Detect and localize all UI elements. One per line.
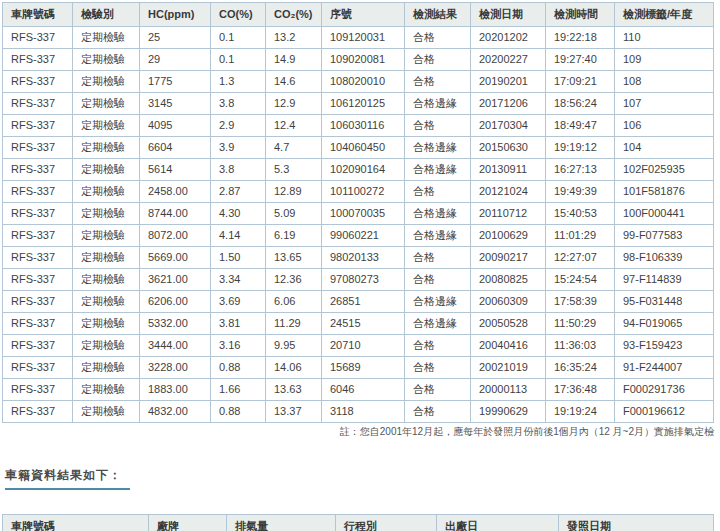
table-row: RFS-337定期檢驗8744.004.305.09100070035合格邊緣2… <box>3 203 714 225</box>
table-cell: 109020081 <box>322 49 405 71</box>
table-cell: 9.95 <box>266 335 322 357</box>
table-row: RFS-337定期檢驗56143.85.3102090164合格邊緣201309… <box>3 159 714 181</box>
table-cell: 定期檢驗 <box>73 247 140 269</box>
vehicle-registration-table: 車牌號碼廠牌排氣量行程別出廠日發照日期 RFS-337三陽49二行程199610… <box>2 514 714 531</box>
table-cell: 99-F077583 <box>615 225 714 247</box>
table-cell: 12.4 <box>266 115 322 137</box>
table-cell: RFS-337 <box>3 401 73 423</box>
table-cell: 110 <box>615 27 714 49</box>
table-cell: 19:19:12 <box>546 137 615 159</box>
table-cell: 20000113 <box>471 379 546 401</box>
table-cell: 20200227 <box>471 49 546 71</box>
table-cell: RFS-337 <box>3 71 73 93</box>
table-cell: 19:19:24 <box>546 401 615 423</box>
table-cell: 定期檢驗 <box>73 291 140 313</box>
table-cell: 101F581876 <box>615 181 714 203</box>
table-cell: 104060450 <box>322 137 405 159</box>
table-cell: 5614 <box>140 159 211 181</box>
table-cell: RFS-337 <box>3 159 73 181</box>
column-header: 車牌號碼 <box>3 515 149 531</box>
table-cell: 29 <box>140 49 211 71</box>
table-cell: 6.19 <box>266 225 322 247</box>
column-header: 檢驗別 <box>73 3 140 27</box>
table-cell: 定期檢驗 <box>73 71 140 93</box>
table-cell: 25 <box>140 27 211 49</box>
table-cell: 17:58:39 <box>546 291 615 313</box>
inspection-table-header: 車牌號碼檢驗別HC(ppm)CO(%)CO₂(%)序號檢測結果檢測日期檢測時間檢… <box>3 3 714 27</box>
table-cell: 6.06 <box>266 291 322 313</box>
table-cell: 109 <box>615 49 714 71</box>
table-cell: 3.8 <box>211 93 266 115</box>
table-row: RFS-337定期檢驗17751.314.6108020010合格2019020… <box>3 71 714 93</box>
table-cell: 合格 <box>405 115 471 137</box>
table-row: RFS-337定期檢驗1883.001.6613.636046合格2000011… <box>3 379 714 401</box>
table-cell: 2458.00 <box>140 181 211 203</box>
table-cell: 19:22:18 <box>546 27 615 49</box>
table-cell: 107 <box>615 93 714 115</box>
table-cell: 8072.00 <box>140 225 211 247</box>
table-cell: 合格邊緣 <box>405 203 471 225</box>
table-cell: 合格 <box>405 357 471 379</box>
table-cell: 定期檢驗 <box>73 313 140 335</box>
column-header: 檢測標籤/年度 <box>615 3 714 27</box>
table-cell: 17:09:21 <box>546 71 615 93</box>
table-cell: 3.16 <box>211 335 266 357</box>
table-cell: 18:56:24 <box>546 93 615 115</box>
table-row: RFS-337定期檢驗6206.003.696.0626851合格邊緣20060… <box>3 291 714 313</box>
table-cell: RFS-337 <box>3 335 73 357</box>
column-header: 檢測時間 <box>546 3 615 27</box>
table-cell: 6206.00 <box>140 291 211 313</box>
inspection-note: 註：您自2001年12月起，應每年於發照月份前後1個月內（12 月~2月）實施排… <box>2 425 714 439</box>
table-cell: 98020133 <box>322 247 405 269</box>
table-cell: RFS-337 <box>3 203 73 225</box>
table-cell: 合格 <box>405 247 471 269</box>
table-cell: 8744.00 <box>140 203 211 225</box>
table-cell: 3.69 <box>211 291 266 313</box>
column-header: HC(ppm) <box>140 3 211 27</box>
table-cell: 合格 <box>405 401 471 423</box>
table-cell: 97080273 <box>322 269 405 291</box>
table-row: RFS-337定期檢驗250.113.2109120031合格202012021… <box>3 27 714 49</box>
table-cell: 3.9 <box>211 137 266 159</box>
table-cell: 20710 <box>322 335 405 357</box>
table-cell: 3.8 <box>211 159 266 181</box>
table-cell: 合格 <box>405 379 471 401</box>
table-cell: 定期檢驗 <box>73 159 140 181</box>
table-cell: 1.50 <box>211 247 266 269</box>
table-cell: 14.6 <box>266 71 322 93</box>
table-cell: 16:35:24 <box>546 357 615 379</box>
table-cell: 3145 <box>140 93 211 115</box>
table-cell: 3621.00 <box>140 269 211 291</box>
table-cell: 109120031 <box>322 27 405 49</box>
vehicle-data-section-heading: 車籍資料結果如下： <box>5 467 130 490</box>
table-cell: RFS-337 <box>3 357 73 379</box>
table-cell: 6604 <box>140 137 211 159</box>
table-row: RFS-337定期檢驗4832.000.8813.373118合格1999062… <box>3 401 714 423</box>
table-cell: 3.81 <box>211 313 266 335</box>
column-header: 排氣量 <box>227 515 336 531</box>
table-cell: 13.37 <box>266 401 322 423</box>
table-cell: 19:49:39 <box>546 181 615 203</box>
table-cell: 合格邊緣 <box>405 93 471 115</box>
table-cell: RFS-337 <box>3 247 73 269</box>
table-cell: 1883.00 <box>140 379 211 401</box>
table-cell: RFS-337 <box>3 27 73 49</box>
table-cell: 93-F159423 <box>615 335 714 357</box>
table-row: RFS-337定期檢驗3621.003.3412.3697080273合格200… <box>3 269 714 291</box>
table-cell: 20090217 <box>471 247 546 269</box>
table-cell: 20050528 <box>471 313 546 335</box>
table-cell: 定期檢驗 <box>73 357 140 379</box>
table-cell: 94-F019065 <box>615 313 714 335</box>
table-cell: 15:24:54 <box>546 269 615 291</box>
table-cell: 11:01:29 <box>546 225 615 247</box>
table-row: RFS-337定期檢驗8072.004.146.1999060221合格邊緣20… <box>3 225 714 247</box>
table-cell: 1.66 <box>211 379 266 401</box>
table-cell: 24515 <box>322 313 405 335</box>
table-cell: 26851 <box>322 291 405 313</box>
table-cell: 97-F114839 <box>615 269 714 291</box>
table-cell: 4832.00 <box>140 401 211 423</box>
table-cell: 0.1 <box>211 49 266 71</box>
table-cell: 2.9 <box>211 115 266 137</box>
table-cell: F000291736 <box>615 379 714 401</box>
table-cell: 合格 <box>405 71 471 93</box>
